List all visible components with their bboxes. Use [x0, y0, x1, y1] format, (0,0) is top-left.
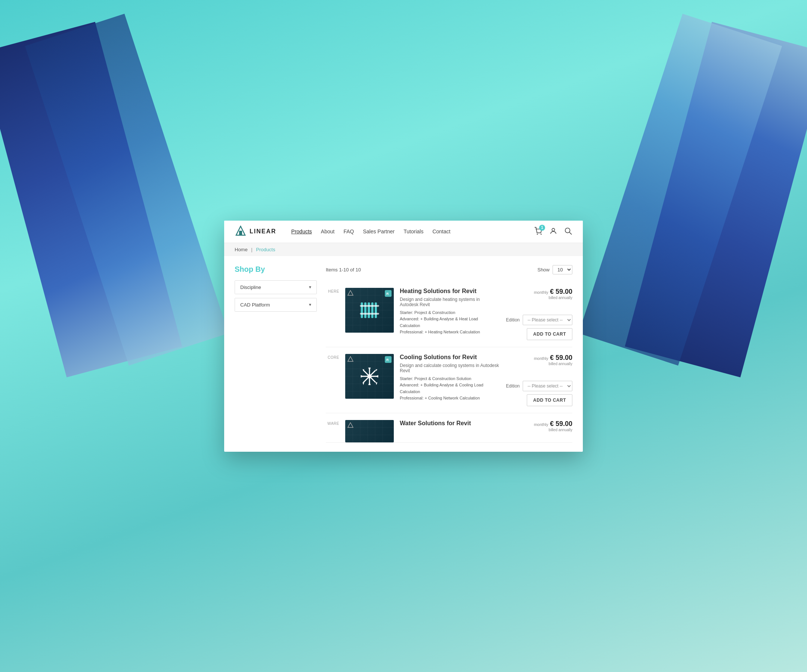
nav-contact[interactable]: Contact	[432, 228, 450, 235]
edition-row-cooling: Edition -- Please select -- Starter Adva…	[506, 381, 572, 391]
product-tag-cooling: CORE	[326, 354, 339, 359]
content-area: Shop By Discipline ▾ CAD Platform ▾ Item…	[224, 256, 583, 452]
edition-select-cooling[interactable]: -- Please select -- Starter Advanced Pro…	[523, 381, 572, 391]
svg-point-4	[552, 228, 555, 231]
product-image-cooling[interactable]: R	[345, 354, 394, 399]
product-actions-water: monthly € 59.00 billed annually	[505, 420, 572, 432]
nav-sales-partner[interactable]: Sales Partner	[363, 228, 395, 235]
svg-line-6	[570, 232, 572, 234]
svg-rect-1	[239, 231, 242, 235]
add-to-cart-cooling[interactable]: ADD TO CART	[527, 394, 572, 406]
product-card-heating: HERE	[326, 281, 572, 347]
navbar: LINEAR Products About FAQ Sales Partner …	[224, 221, 583, 243]
show-control: Show 10 20 50	[537, 265, 572, 275]
breadcrumb-current: Products	[256, 247, 275, 252]
price-cooling: monthly € 59.00 billed annually	[534, 354, 572, 366]
logo-text: LINEAR	[249, 228, 276, 235]
filter-cad-platform: CAD Platform ▾	[235, 298, 317, 312]
items-count: Items 1-10 of 10	[326, 267, 361, 273]
products-section: Items 1-10 of 10 Show 10 20 50 HERE	[326, 265, 572, 443]
logo-link[interactable]: LINEAR	[235, 225, 276, 237]
chevron-down-icon: ▾	[309, 285, 311, 290]
product-features-heating: Starter: Project & Construction Advanced…	[400, 310, 499, 336]
nav-faq[interactable]: FAQ	[343, 228, 354, 235]
nav-products[interactable]: Products	[291, 228, 312, 235]
breadcrumb-separator: |	[251, 247, 252, 252]
price-water: monthly € 59.00 billed annually	[534, 420, 572, 432]
svg-point-2	[537, 233, 538, 235]
nav-about[interactable]: About	[321, 228, 335, 235]
svg-marker-58	[348, 423, 353, 427]
filter-cad-platform-header[interactable]: CAD Platform ▾	[235, 298, 316, 311]
filter-discipline: Discipline ▾	[235, 280, 317, 294]
filter-discipline-header[interactable]: Discipline ▾	[235, 281, 316, 294]
product-card-cooling: CORE	[326, 347, 572, 413]
cart-badge: 1	[539, 225, 545, 231]
filter-discipline-label: Discipline	[240, 285, 261, 290]
edition-select-heating[interactable]: -- Please select -- Starter Advanced Pro…	[523, 315, 572, 325]
product-tag-water: WARE	[326, 420, 339, 425]
product-info-heating: Heating Solutions for Revit Design and c…	[400, 288, 499, 336]
product-image-heating[interactable]: R	[345, 288, 394, 333]
product-image-water[interactable]	[345, 420, 394, 442]
edition-row-heating: Edition -- Please select -- Starter Adva…	[506, 315, 572, 325]
breadcrumb: Home | Products	[224, 243, 583, 256]
product-name-heating: Heating Solutions for Revit	[400, 288, 499, 295]
sidebar: Shop By Discipline ▾ CAD Platform ▾	[235, 265, 317, 443]
product-name-cooling: Cooling Solutions for Revit	[400, 354, 499, 361]
sidebar-title: Shop By	[235, 265, 317, 274]
product-info-cooling: Cooling Solutions for Revit Design and c…	[400, 354, 499, 402]
product-desc-heating: Design and calculate heating systems in …	[400, 297, 499, 307]
filter-cad-platform-label: CAD Platform	[240, 302, 270, 308]
show-select[interactable]: 10 20 50	[553, 265, 572, 275]
nav-links: Products About FAQ Sales Partner Tutoria…	[291, 228, 534, 235]
product-desc-cooling: Design and calculate cooling systems in …	[400, 363, 499, 373]
cart-button[interactable]: 1	[534, 227, 543, 236]
user-icon	[549, 227, 558, 235]
grid-lines-heating	[345, 288, 394, 333]
product-actions-heating: monthly € 59.00 billed annually Edition …	[505, 288, 572, 340]
product-name-water: Water Solutions for Revit	[400, 420, 499, 427]
show-label: Show	[537, 267, 550, 273]
search-icon	[564, 227, 572, 235]
main-window: LINEAR Products About FAQ Sales Partner …	[224, 221, 583, 452]
breadcrumb-home[interactable]: Home	[235, 247, 248, 252]
add-to-cart-heating[interactable]: ADD TO CART	[527, 328, 572, 340]
svg-point-3	[541, 233, 542, 235]
product-actions-cooling: monthly € 59.00 billed annually Edition …	[505, 354, 572, 406]
search-button[interactable]	[564, 227, 572, 236]
product-features-cooling: Starter: Project & Construction Solution…	[400, 376, 499, 402]
product-card-water: WARE	[326, 413, 572, 443]
price-heating: monthly € 59.00 billed annually	[534, 288, 572, 300]
nav-actions: 1	[534, 227, 572, 236]
grid-lines-cooling	[345, 354, 394, 399]
product-info-water: Water Solutions for Revit	[400, 420, 499, 429]
logo-icon	[235, 225, 247, 237]
nav-tutorials[interactable]: Tutorials	[404, 228, 423, 235]
products-header: Items 1-10 of 10 Show 10 20 50	[326, 265, 572, 275]
corner-logo-water	[347, 422, 354, 428]
svg-point-5	[565, 228, 570, 233]
product-tag-heating: HERE	[326, 288, 339, 293]
user-button[interactable]	[549, 227, 558, 236]
chevron-down-icon-2: ▾	[309, 302, 311, 307]
